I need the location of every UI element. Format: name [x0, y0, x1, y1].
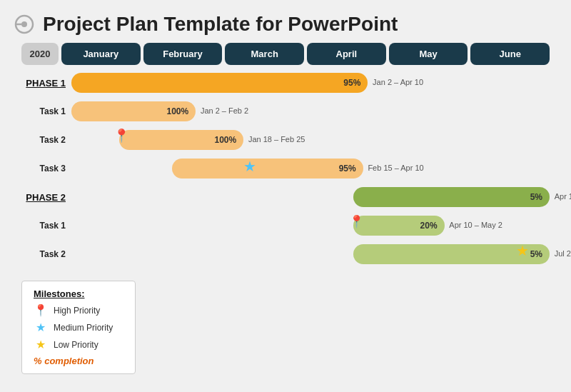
legend-low-priority-label: Low Priority: [54, 340, 98, 350]
phase2-bar: 5%: [353, 187, 550, 207]
phase1-task3-row: Task 3 95% ★ Feb 15 – Apr 10: [21, 156, 550, 181]
gantt-area: PHASE 1 95% Jan 2 – Apr 10 Task 1 100% J…: [21, 71, 550, 266]
phase1-task2-bar-area: 📍 100% Jan 18 – Feb 25: [71, 128, 550, 152]
yellow-star-legend-icon: ★: [34, 338, 48, 351]
phase2-task1-row: Task 1 📍 20% Apr 10 – May 2: [21, 213, 550, 238]
blue-star-legend-icon: ★: [34, 321, 48, 334]
phase1-task3-bar-area: 95% ★ Feb 15 – Apr 10: [71, 156, 550, 181]
phase2-task2-row: Task 2 5% ★ Jul 20 – Jun 10: [21, 242, 550, 266]
phase2-task2-label: Task 2: [21, 249, 71, 259]
legend-medium-priority-label: Medium Priority: [54, 323, 113, 333]
phase2-task1-bar: 📍 20%: [353, 216, 444, 236]
phase1-task3-pct: 95%: [339, 164, 356, 174]
phase1-pct: 95%: [343, 78, 360, 88]
month-june: June: [470, 43, 550, 65]
legend-item-low: ★ Low Priority: [34, 338, 123, 351]
phase2-task1-bar-area: 📍 20% Apr 10 – May 2: [71, 213, 550, 238]
phase2-task2-bar-area: 5% ★ Jul 20 – Jun 10: [71, 242, 550, 266]
phase1-task2-bar: 📍 100%: [119, 130, 243, 150]
phase1-task3-date: Feb 15 – Apr 10: [368, 164, 423, 172]
blue-star-icon: ★: [243, 158, 256, 175]
phase1-task3-bar: 95%: [172, 159, 363, 179]
phase1-task1-date: Jan 2 – Feb 2: [201, 106, 248, 115]
month-march: March: [225, 43, 304, 65]
phase2-pct: 5%: [530, 192, 542, 202]
phase1-task2-milestone-icon: 📍: [113, 128, 129, 144]
phase1-task1-row: Task 1 100% Jan 2 – Feb 2: [21, 99, 550, 124]
header: Project Plan Template for PowerPoint: [0, 0, 571, 43]
phase1-task1-pct: 100%: [166, 106, 188, 116]
page-title: Project Plan Template for PowerPoint: [43, 13, 398, 36]
year-box: 2020: [21, 43, 59, 65]
legend-item-medium: ★ Medium Priority: [34, 321, 123, 334]
month-february: February: [143, 43, 223, 65]
red-pin-icon: 📍: [34, 303, 48, 317]
phase2-date: Apr 10 – Jun 10: [555, 192, 571, 201]
phase1-task1-bar-area: 100% Jan 2 – Feb 2: [71, 99, 550, 124]
phase2-task1-label: Task 1: [21, 221, 71, 231]
legend-high-priority-label: High Priority: [54, 306, 100, 316]
phase1-task2-row: Task 2 📍 100% Jan 18 – Feb 25: [21, 128, 550, 152]
legend-title: Milestones:: [34, 288, 123, 299]
phase1-label: PHASE 1: [21, 78, 71, 89]
legend: Milestones: 📍 High Priority ★ Medium Pri…: [21, 281, 136, 374]
phase1-task1-label: Task 1: [21, 106, 71, 116]
phase2-label: PHASE 2: [21, 192, 71, 203]
yellow-star-icon: ★: [516, 242, 529, 259]
legend-item-high: 📍 High Priority: [34, 303, 123, 317]
phase1-task2-pct: 100%: [214, 135, 236, 145]
pct-completion-label: % completion: [34, 356, 123, 366]
phase2-row: PHASE 2 5% Apr 10 – Jun 10: [21, 185, 550, 209]
phase1-task1-bar: 100%: [71, 101, 196, 121]
phase1-date: Jan 2 – Apr 10: [373, 78, 423, 86]
gantt-container: 2020 January February March April May Ju…: [0, 43, 571, 266]
header-icon: [14, 14, 34, 34]
phase2-task1-pct: 20%: [420, 221, 438, 231]
svg-point-1: [21, 21, 27, 27]
phase1-task2-date: Jan 18 – Feb 25: [248, 135, 305, 144]
phase1-row: PHASE 1 95% Jan 2 – Apr 10: [21, 71, 550, 95]
month-row: 2020 January February March April May Ju…: [21, 43, 550, 65]
phase1-bar-area: 95% Jan 2 – Apr 10: [71, 71, 550, 95]
month-may: May: [389, 43, 468, 65]
month-april: April: [307, 43, 386, 65]
month-january: January: [61, 43, 141, 65]
phase2-task2-pct: 5%: [530, 249, 542, 259]
phase1-task2-label: Task 2: [21, 135, 71, 145]
phase2-task2-date: Jul 20 – Jun 10: [555, 249, 571, 258]
phase2-task1-pin-icon: 📍: [349, 214, 364, 229]
phase2-bar-area: 5% Apr 10 – Jun 10: [71, 185, 550, 209]
phase2-task1-date: Apr 10 – May 2: [449, 221, 502, 229]
phase1-bar: 95%: [71, 73, 368, 93]
phase1-task3-label: Task 3: [21, 164, 71, 174]
